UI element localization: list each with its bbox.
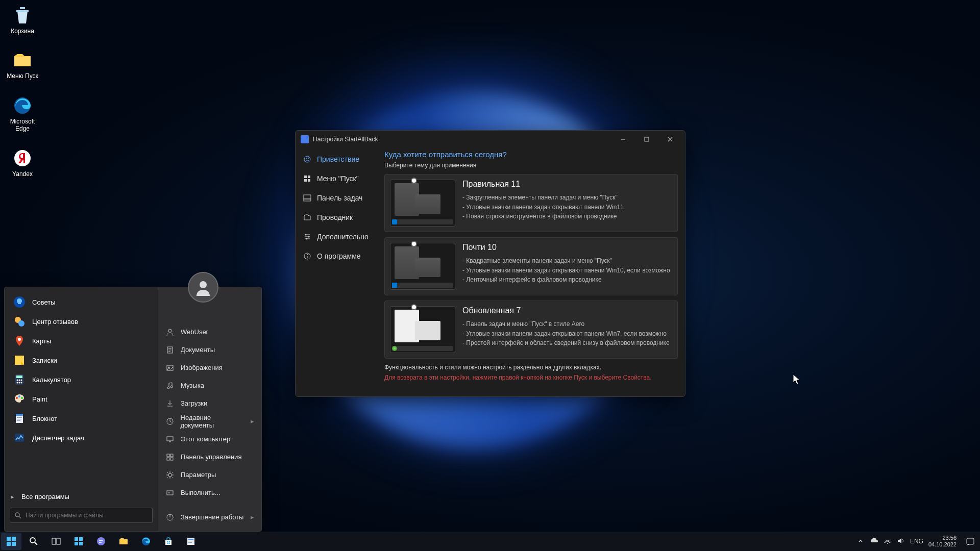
store-button[interactable]: [158, 533, 179, 550]
start-app-feedback[interactable]: Центр отзывов: [9, 312, 158, 331]
svg-rect-60: [12, 542, 16, 546]
svg-rect-72: [167, 543, 168, 544]
svg-point-13: [17, 382, 18, 384]
desktop-icon-edge[interactable]: Microsoft Edge: [4, 94, 41, 133]
edge-button[interactable]: [136, 533, 156, 550]
sm-run[interactable]: Выполнить...: [158, 484, 261, 502]
sm-shutdown[interactable]: Завершение работы▸: [158, 508, 261, 526]
svg-point-30: [168, 366, 170, 368]
svg-rect-66: [75, 542, 78, 545]
nav-label: Проводник: [317, 213, 353, 221]
tray-volume[interactable]: [897, 537, 905, 545]
svg-point-45: [308, 158, 309, 159]
svg-point-11: [19, 380, 20, 381]
sm-documents[interactable]: Документы: [158, 341, 261, 359]
taskbar-clock[interactable]: 23:56 04.10.2022: [928, 535, 959, 547]
folder-icon: [118, 536, 129, 546]
all-programs[interactable]: ▸ Все программы: [5, 489, 158, 505]
desktop-icon-yandex[interactable]: Yandex: [4, 147, 41, 178]
sm-downloads[interactable]: Загрузки: [158, 394, 261, 412]
item-label: WebUser: [181, 328, 208, 336]
start-menu-right: WebUser Документы Изображения Музыка Заг…: [158, 287, 261, 531]
taskbar-icon: [303, 193, 312, 203]
notes-icon: [13, 354, 26, 367]
svg-point-15: [21, 382, 22, 384]
recycle-bin-icon: [11, 4, 34, 27]
desktop-icon-start-folder[interactable]: Меню Пуск: [4, 49, 41, 80]
svg-rect-59: [7, 542, 11, 546]
user-icon: [165, 328, 175, 337]
notification-icon: [966, 537, 975, 546]
sm-settings[interactable]: Параметры: [158, 466, 261, 484]
svg-rect-35: [167, 454, 169, 457]
close-button[interactable]: [658, 131, 682, 148]
nav-about[interactable]: О программе: [299, 247, 374, 265]
svg-point-18: [21, 397, 23, 399]
taskview-button[interactable]: [46, 533, 66, 550]
svg-point-54: [306, 238, 308, 240]
start-app-paint[interactable]: Paint: [9, 389, 158, 409]
notifications-button[interactable]: [964, 533, 977, 550]
desktop-icon-label: Yandex: [12, 170, 33, 178]
svg-point-25: [15, 513, 19, 517]
tray-onedrive[interactable]: [870, 537, 878, 545]
start-app-notepad[interactable]: Блокнот: [9, 409, 158, 428]
explorer-button[interactable]: [113, 533, 134, 550]
start-search-input[interactable]: [26, 512, 148, 519]
theme-thumb: [390, 180, 455, 227]
theme-remastered7[interactable]: Обновленная 7 - Панель задач и меню "Пус…: [384, 300, 678, 359]
chevron-right-icon: ▸: [251, 417, 254, 425]
tray-overflow[interactable]: [857, 537, 865, 545]
notepad-icon: [13, 412, 26, 425]
start-app-tips[interactable]: Советы: [9, 292, 158, 312]
widgets-icon: [74, 536, 84, 546]
start-app-taskmgr[interactable]: Диспетчер задач: [9, 428, 158, 447]
chevron-right-icon: ▸: [11, 493, 14, 500]
svg-point-12: [21, 380, 22, 381]
widgets-button[interactable]: [68, 533, 89, 550]
theme-kinda10[interactable]: Почти 10 - Квадратные элементы панели за…: [384, 237, 678, 295]
sm-images[interactable]: Изображения: [158, 359, 261, 377]
nav-label: Дополнительно: [317, 233, 369, 241]
language-indicator[interactable]: ENG: [910, 538, 923, 545]
svg-rect-47: [308, 176, 310, 178]
nav-welcome[interactable]: Приветствие: [299, 150, 374, 168]
user-avatar[interactable]: [188, 272, 218, 303]
theme-thumb: [390, 306, 455, 353]
tray-network[interactable]: [884, 537, 892, 545]
search-button[interactable]: [23, 533, 44, 550]
sm-music[interactable]: Музыка: [158, 377, 261, 394]
nav-explorer[interactable]: Проводник: [299, 208, 374, 227]
system-tray: [857, 537, 905, 545]
chat-button[interactable]: [91, 533, 111, 550]
theme-proper11[interactable]: Правильная 11 - Закругленные элементы па…: [384, 174, 678, 232]
sm-control-panel[interactable]: Панель управления: [158, 448, 261, 466]
start-app-calc[interactable]: Калькулятор: [9, 370, 158, 389]
sm-user[interactable]: WebUser: [158, 323, 261, 341]
start-search[interactable]: [10, 508, 153, 523]
svg-rect-71: [169, 541, 170, 542]
desktop-icon-label: Microsoft Edge: [4, 118, 41, 133]
start-button[interactable]: [1, 533, 21, 550]
nav-advanced[interactable]: Дополнительно: [299, 228, 374, 246]
music-icon: [165, 381, 175, 390]
nav-startmenu[interactable]: Меню "Пуск": [299, 169, 374, 188]
startallback-window: Настройки StartAllBack Приветствие Меню …: [295, 130, 685, 397]
store-icon: [163, 536, 174, 546]
start-app-maps[interactable]: Карты: [9, 331, 158, 350]
start-app-notes[interactable]: Записки: [9, 350, 158, 370]
startallback-button[interactable]: [181, 533, 201, 550]
svg-point-52: [305, 234, 307, 236]
svg-rect-65: [79, 537, 83, 541]
svg-rect-75: [188, 539, 193, 540]
nav-taskbar[interactable]: Панель задач: [299, 189, 374, 207]
maximize-button[interactable]: [635, 131, 658, 148]
minimize-button[interactable]: [611, 131, 635, 148]
sm-recent[interactable]: Недавние документы▸: [158, 412, 261, 430]
desktop-icon-recycle-bin[interactable]: Корзина: [4, 4, 41, 35]
footer-warning: Для возврата в эти настройки, нажмите пр…: [384, 374, 678, 381]
svg-rect-58: [12, 537, 16, 541]
window-titlebar[interactable]: Настройки StartAllBack: [296, 131, 685, 148]
sm-computer[interactable]: Этот компьютер: [158, 430, 261, 448]
start-icon: [303, 174, 312, 183]
